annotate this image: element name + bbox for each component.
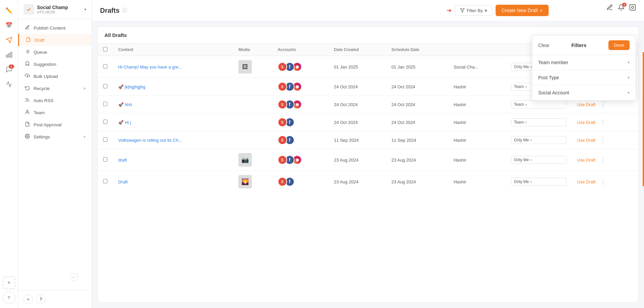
col-media: Media	[233, 44, 272, 56]
col-accounts: Accounts	[272, 44, 329, 56]
use-draft-button[interactable]: Use Draft	[577, 102, 596, 107]
analytics-icon[interactable]	[3, 48, 15, 61]
global-notifications-icon[interactable]: 4	[618, 4, 625, 12]
row-checkbox[interactable]	[103, 120, 107, 124]
filter-panel-title: Filters	[571, 42, 587, 48]
create-plus-icon: +	[540, 8, 543, 13]
row-visibility-select[interactable]: Team ▾	[511, 100, 566, 108]
row-more-button[interactable]: ⋮	[599, 101, 607, 108]
visibility-chevron-icon: ▾	[525, 85, 527, 89]
select-all-checkbox[interactable]	[103, 47, 107, 51]
table-row: Volkswagen is rolling out its Ch...Sf11 …	[98, 131, 638, 149]
svg-marker-17	[460, 9, 464, 12]
use-draft-button[interactable]: Use Draft	[577, 138, 596, 143]
row-created-by: Hashir	[454, 179, 466, 184]
sidebar-item-auto-rss[interactable]: Auto RSS	[18, 94, 92, 106]
sidebar-item-team[interactable]: Team	[18, 106, 92, 119]
sidebar-item-queue[interactable]: Queue	[18, 46, 92, 58]
row-content: 🚀 jkjhgjhgjhg	[118, 84, 145, 89]
sidebar-item-suggestion[interactable]: Suggestion	[18, 58, 92, 70]
row-visibility-label: Team	[514, 84, 524, 89]
row-date-created: 24 Oct 2024	[334, 102, 358, 107]
sidebar-item-bulk-upload[interactable]: Bulk Upload	[18, 70, 92, 82]
sidebar-collapse-btn[interactable]: ←	[70, 273, 78, 281]
visibility-chevron-icon: ▾	[530, 180, 532, 184]
sidebar-help-btn[interactable]: ?	[36, 295, 46, 304]
account-avatar-s: S	[278, 177, 287, 186]
brand-text: Social Champ UTC-05:00	[37, 5, 82, 14]
compose-icon[interactable]: ✏️	[3, 4, 15, 17]
row-visibility-select[interactable]: Only Me ▾	[511, 178, 566, 186]
sidebar-label-post-approval: Post Approval	[34, 122, 86, 127]
row-created-by: Hashir	[454, 158, 466, 163]
filter-chevron-icon: ▾	[485, 8, 487, 13]
sidebar-label-draft: Draft	[35, 38, 86, 43]
sidebar-item-settings[interactable]: Settings ▾	[18, 131, 92, 143]
help-icon[interactable]: ?	[3, 291, 15, 304]
waveform-icon[interactable]	[3, 78, 15, 91]
filter-post-type-label: Post Type	[538, 75, 559, 80]
icon-bar: ✏️ 📅 4 + ?	[0, 0, 18, 308]
table-row: Draft🌄Sf23 Aug 202423 Aug 2024Hashir Onl…	[98, 171, 638, 193]
filter-by-button[interactable]: Filter By ▾	[455, 5, 492, 16]
sidebar-item-publish-content[interactable]: Publish Content	[18, 22, 92, 34]
calendar-icon[interactable]: 📅	[3, 19, 15, 32]
settings-icon	[24, 134, 30, 140]
account-avatar-s: S	[278, 82, 287, 91]
sidebar-header[interactable]: Social Champ UTC-05:00 ▾	[18, 0, 92, 19]
filter-arrow-indicator: ➜	[447, 7, 452, 14]
sidebar: Social Champ UTC-05:00 ▾ Publish Content…	[18, 0, 92, 308]
row-checkbox[interactable]	[103, 102, 107, 106]
post-approval-icon	[24, 122, 30, 128]
row-schedule-date: 23 Aug 2024	[392, 179, 416, 184]
sidebar-item-post-approval[interactable]: Post Approval	[18, 119, 92, 131]
scroll-indicator	[643, 52, 644, 186]
title-help-icon[interactable]: ⓘ	[122, 7, 127, 13]
row-checkbox[interactable]	[103, 64, 107, 69]
notification-badge: 4	[9, 64, 14, 69]
use-draft-button[interactable]: Use Draft	[577, 179, 596, 184]
row-date-created: 23 Aug 2024	[334, 179, 359, 184]
col-schedule-date: Schedule Date	[386, 44, 448, 56]
row-date-created: 24 Oct 2024	[334, 84, 358, 89]
row-checkbox[interactable]	[103, 84, 107, 88]
svg-rect-4	[26, 6, 32, 13]
filter-done-button[interactable]: Done	[608, 40, 630, 50]
row-more-button[interactable]: ⋮	[599, 119, 607, 126]
filter-team-member[interactable]: Team member ▾	[532, 55, 636, 70]
global-compose-icon[interactable]	[606, 4, 613, 12]
row-more-button[interactable]: ⋮	[599, 178, 607, 185]
create-new-draft-button[interactable]: Create New Draft +	[496, 5, 549, 16]
settings-chevron: ▾	[84, 135, 86, 139]
row-visibility-select[interactable]: Only Me ▾	[511, 136, 566, 144]
row-content: 🚀 Hi j	[118, 120, 131, 125]
sidebar-header-chevron[interactable]: ▾	[84, 7, 86, 12]
filter-social-account[interactable]: Social Account ▾	[532, 85, 636, 100]
add-workspace-icon[interactable]: +	[3, 276, 15, 289]
row-checkbox[interactable]	[103, 137, 107, 142]
row-visibility-label: Team	[514, 102, 524, 107]
use-draft-button[interactable]: Use Draft	[577, 120, 596, 125]
row-visibility-label: Only Me	[514, 179, 529, 184]
use-draft-button[interactable]: Use Draft	[577, 158, 596, 163]
row-created-by: Social Cha...	[454, 64, 478, 70]
brand-icon	[24, 4, 34, 15]
sidebar-add-btn[interactable]: +	[24, 295, 33, 304]
row-visibility-select[interactable]: Only Me ▾	[511, 156, 566, 164]
row-media-thumb: 📷	[238, 153, 252, 167]
filter-clear-button[interactable]: Clear	[538, 43, 549, 48]
sidebar-item-draft[interactable]: Draft	[18, 34, 92, 46]
row-checkbox[interactable]	[103, 179, 107, 183]
row-more-button[interactable]: ⋮	[599, 156, 607, 164]
sidebar-item-recycle[interactable]: Recycle ▾	[18, 82, 92, 94]
row-more-button[interactable]: ⋮	[599, 136, 607, 144]
send-icon[interactable]	[3, 34, 15, 46]
row-checkbox[interactable]	[103, 157, 107, 162]
chat-icon[interactable]: 4	[3, 63, 15, 76]
recycle-chevron: ▾	[84, 86, 86, 91]
row-visibility-select[interactable]: Team ▾	[511, 118, 566, 126]
col-content: Content	[113, 44, 233, 56]
filter-post-type[interactable]: Post Type ▾	[532, 70, 636, 85]
sidebar-label-team: Team	[34, 110, 86, 115]
global-profile-icon[interactable]	[629, 4, 636, 12]
